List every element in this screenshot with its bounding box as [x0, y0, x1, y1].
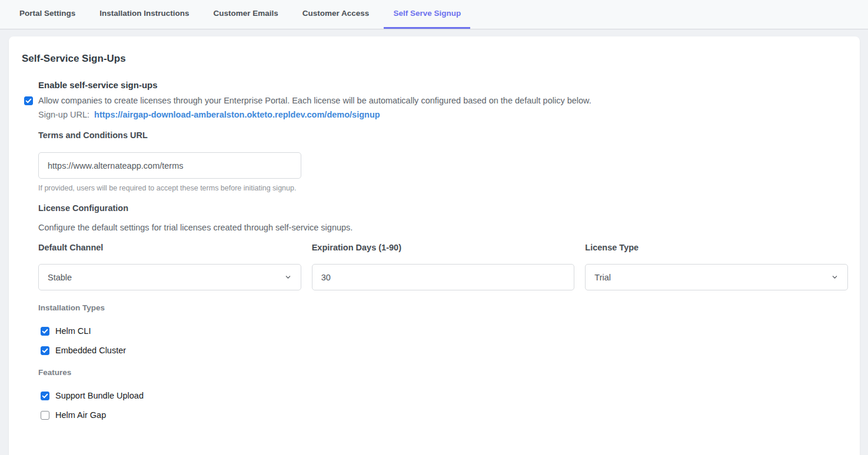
enable-signups-title: Enable self-service sign-ups: [38, 80, 848, 90]
check-icon: [42, 393, 48, 399]
license-type-select[interactable]: Trial: [585, 264, 848, 290]
tab-portal-settings[interactable]: Portal Settings: [10, 0, 85, 29]
license-type-label: License Type: [585, 243, 848, 252]
enable-signups-description: Allow companies to create licenses throu…: [38, 96, 591, 105]
embedded-cluster-checkbox[interactable]: [41, 346, 49, 355]
default-channel-label: Default Channel: [38, 243, 301, 252]
support-bundle-upload-checkbox[interactable]: [41, 392, 49, 400]
license-configuration-title: License Configuration: [38, 203, 128, 213]
expiration-days-cell: Expiration Days (1-90): [312, 243, 575, 290]
license-configuration-description: Configure the default settings for trial…: [38, 223, 848, 232]
page-title: Self-Service Sign-Ups: [22, 53, 848, 65]
license-type-cell: License Type Trial: [585, 243, 848, 290]
enable-signups-checkbox[interactable]: [24, 96, 33, 105]
features-label: Features: [38, 368, 848, 377]
self-serve-signup-panel: Self-Service Sign-Ups Enable self-servic…: [9, 36, 860, 455]
license-configuration-section: License Configuration Configure the defa…: [38, 203, 848, 420]
expiration-days-label: Expiration Days (1-90): [312, 243, 575, 252]
default-channel-cell: Default Channel Stable: [38, 243, 301, 290]
signup-url-line: Sign-up URL: https://airgap-download-amb…: [38, 110, 848, 119]
tab-customer-access[interactable]: Customer Access: [293, 0, 379, 29]
terms-url-label: Terms and Conditions URL: [38, 131, 148, 140]
tab-self-serve-signup[interactable]: Self Serve Signup: [384, 0, 470, 29]
helm-cli-label: Helm CLI: [55, 326, 91, 336]
default-channel-select[interactable]: Stable: [38, 264, 301, 290]
installation-type-row: Embedded Cluster: [41, 346, 848, 355]
check-icon: [25, 98, 32, 104]
signup-url-label: Sign-up URL:: [38, 110, 89, 119]
check-icon: [42, 328, 48, 334]
settings-tabbar: Portal Settings Installation Instruction…: [0, 0, 868, 29]
expiration-days-field: [312, 264, 575, 290]
default-channel-value: Stable: [48, 273, 72, 282]
terms-helper-text: If provided, users will be required to a…: [38, 184, 848, 192]
signup-url-link[interactable]: https://airgap-download-amberalston.okte…: [94, 110, 380, 119]
helm-air-gap-checkbox[interactable]: [41, 411, 49, 420]
chevron-down-icon: [831, 273, 839, 281]
tab-customer-emails[interactable]: Customer Emails: [204, 0, 288, 29]
support-bundle-upload-label: Support Bundle Upload: [55, 391, 144, 400]
license-fields-grid: Default Channel Stable Expiration Days (…: [38, 243, 848, 290]
installation-types-list: Helm CLI Embedded Cluster: [38, 326, 848, 355]
feature-row: Helm Air Gap: [41, 410, 848, 420]
helm-air-gap-label: Helm Air Gap: [55, 410, 106, 420]
embedded-cluster-label: Embedded Cluster: [55, 346, 126, 355]
tab-installation-instructions[interactable]: Installation Instructions: [90, 0, 198, 29]
enable-signups-row: Allow companies to create licenses throu…: [24, 96, 848, 105]
expiration-days-input[interactable]: [321, 273, 566, 282]
chevron-down-icon: [284, 273, 292, 281]
terms-block: Terms and Conditions URL If provided, us…: [38, 130, 848, 192]
installation-types-label: Installation Types: [38, 303, 848, 312]
installation-type-row: Helm CLI: [41, 326, 848, 336]
check-icon: [42, 347, 48, 354]
license-type-value: Trial: [594, 273, 611, 282]
terms-url-input[interactable]: [38, 152, 301, 179]
feature-row: Support Bundle Upload: [41, 391, 848, 400]
features-list: Support Bundle Upload Helm Air Gap: [38, 391, 848, 420]
helm-cli-checkbox[interactable]: [41, 327, 49, 336]
